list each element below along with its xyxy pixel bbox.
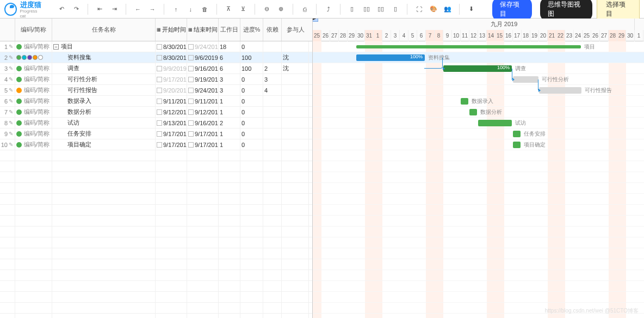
- collapse-icon[interactable]: −: [53, 44, 59, 50]
- toolbar: 进度猫 Progress cat ↶ ↷ ⇤ ⇥ ← → ↑ ↓ 🗑 ⊼ ⊻ ⊖…: [0, 0, 644, 19]
- gantt-bar[interactable]: [513, 76, 538, 83]
- table-row[interactable]: 5✎编码/简称可行性报告9/20/20199/24/2019304: [0, 85, 312, 96]
- right-icon[interactable]: →: [146, 3, 159, 16]
- share-icon[interactable]: ⤴: [322, 3, 335, 16]
- gantt-timeline-header: 九月 2019十月2526272829303112345678910111213…: [313, 19, 644, 41]
- table-row[interactable]: 2✎资料搜集8/30/20199/6/20196100沈: [0, 52, 312, 63]
- col-depend[interactable]: 依赖: [263, 19, 282, 41]
- table-row[interactable]: 6✎编码/简称数据录入9/11/20199/11/201910: [0, 96, 312, 107]
- undo-icon[interactable]: ↶: [55, 3, 68, 16]
- table-row[interactable]: 8✎编码/简称试访9/13/20199/16/201920: [0, 118, 312, 129]
- zoom-out-icon[interactable]: ⊖: [261, 3, 273, 16]
- outdent-icon[interactable]: ⇤: [94, 3, 106, 16]
- task-grid: 编码/简称 任务名称 ▦开始时间 ▦结束时间 工作日 进度% 依赖 参与人 1✎…: [0, 19, 313, 318]
- palette-icon[interactable]: 🎨: [427, 3, 439, 16]
- watermark: https://blog.csdn.net/wei @51CTO博客: [545, 307, 639, 315]
- scroll-right-icon[interactable]: ▶: [313, 19, 318, 22]
- gantt-bar[interactable]: 100%: [443, 65, 512, 72]
- select-project-button[interactable]: 选择项目: [597, 0, 640, 21]
- table-row[interactable]: 3✎编码/简称调查9/9/20199/16/201961002沈: [0, 63, 312, 74]
- logo-subtitle: Progress cat: [20, 9, 43, 19]
- zoom-in-icon[interactable]: ⊕: [275, 3, 287, 16]
- gantt-nav: ◀ ▶: [313, 19, 318, 22]
- col-end[interactable]: ▦结束时间: [187, 19, 219, 41]
- download-icon[interactable]: ⬇: [465, 3, 478, 16]
- redo-icon[interactable]: ↷: [70, 3, 83, 16]
- table-row[interactable]: 1✎编码/简称−项目8/30/20199/24/2019180: [0, 41, 312, 52]
- gantt-bar[interactable]: [461, 98, 468, 105]
- collapse-icon[interactable]: ⊻: [237, 3, 249, 16]
- gantt-bar[interactable]: [513, 142, 521, 148]
- mindmap-button[interactable]: 思维导图视图: [540, 0, 592, 21]
- delete-icon[interactable]: 🗑: [199, 3, 211, 16]
- col-progress[interactable]: 进度%: [240, 19, 263, 41]
- table-row[interactable]: 9✎编码/简称任务安排9/17/20199/17/201910: [0, 129, 312, 139]
- col-name[interactable]: 任务名称: [52, 19, 156, 41]
- gantt-bar[interactable]: [539, 87, 581, 94]
- gantt-bar[interactable]: [513, 131, 521, 137]
- col-workdays[interactable]: 工作日: [219, 19, 240, 41]
- col-code[interactable]: 编码/简称: [15, 19, 52, 41]
- col4-icon[interactable]: ▯: [389, 3, 401, 16]
- col-start[interactable]: ▦开始时间: [156, 19, 187, 41]
- save-button[interactable]: 保存项目: [492, 0, 532, 21]
- col-assignee[interactable]: 参与人: [282, 19, 309, 41]
- col2-icon[interactable]: ▯▯: [360, 3, 373, 16]
- col3-icon[interactable]: ▯▯: [375, 3, 387, 16]
- gantt-body[interactable]: 项目100%资料搜集100%调查可行性分析可行性报告数据录入数据分析试访任务安排…: [313, 41, 644, 318]
- up-icon[interactable]: ↑: [170, 3, 182, 16]
- gantt-chart: ◀ ▶ 九月 2019十月252627282930311234567891011…: [313, 19, 644, 318]
- table-row[interactable]: 7✎编码/简称数据分析9/12/20199/12/201910: [0, 107, 312, 118]
- gantt-bar[interactable]: 100%: [356, 54, 425, 61]
- print-icon[interactable]: ⎙: [299, 3, 311, 16]
- gantt-bar[interactable]: [356, 45, 581, 48]
- table-row[interactable]: 4✎编码/简称可行性分析9/17/20199/19/2019303: [0, 74, 312, 85]
- table-row[interactable]: 10✎编码/简称项目确定9/17/20199/17/201910: [0, 139, 312, 150]
- left-icon[interactable]: ←: [132, 3, 144, 16]
- gantt-bar[interactable]: [469, 109, 477, 115]
- expand-icon[interactable]: ⊼: [222, 3, 235, 16]
- col1-icon[interactable]: ▯: [346, 3, 358, 16]
- fullscreen-icon[interactable]: ⛶: [413, 3, 425, 16]
- gantt-bar[interactable]: [478, 120, 512, 126]
- down-icon[interactable]: ↓: [184, 3, 197, 16]
- users-icon[interactable]: 👥: [442, 3, 454, 16]
- logo-icon: [4, 3, 17, 16]
- logo-title: 进度猫: [20, 1, 41, 9]
- indent-icon[interactable]: ⇥: [108, 3, 121, 16]
- grid-header: 编码/简称 任务名称 ▦开始时间 ▦结束时间 工作日 进度% 依赖 参与人: [0, 19, 312, 41]
- logo[interactable]: 进度猫 Progress cat: [4, 0, 42, 19]
